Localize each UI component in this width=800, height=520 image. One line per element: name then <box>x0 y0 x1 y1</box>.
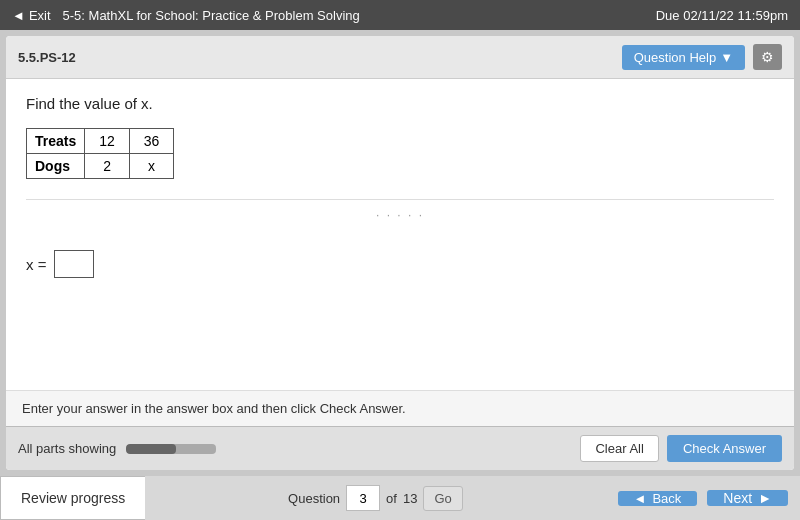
table-cell: 2 <box>85 154 130 179</box>
question-card: 5.5.PS-12 Question Help ▼ ⚙ Find the val… <box>6 36 794 470</box>
header-right: Question Help ▼ ⚙ <box>622 44 782 70</box>
progress-bar-fill <box>126 444 176 454</box>
table-row: Dogs 2 x <box>27 154 174 179</box>
of-label: of <box>386 491 397 506</box>
next-button[interactable]: Next ► <box>707 490 788 506</box>
top-bar: ◄ Exit 5-5: MathXL for School: Practice … <box>0 0 800 30</box>
exit-label: Exit <box>29 8 51 23</box>
action-bar: All parts showing Clear All Check Answer <box>6 426 794 470</box>
exit-button[interactable]: ◄ Exit <box>12 8 51 23</box>
table-cell: x <box>129 154 174 179</box>
go-button[interactable]: Go <box>423 486 462 511</box>
answer-label: x = <box>26 256 46 273</box>
nav-center: Question of 13 Go <box>145 476 605 520</box>
go-label: Go <box>434 491 451 506</box>
back-button[interactable]: ◄ Back <box>618 491 698 506</box>
action-buttons: Clear All Check Answer <box>580 435 782 462</box>
question-label: Question <box>288 491 340 506</box>
check-answer-label: Check Answer <box>683 441 766 456</box>
bottom-nav: Review progress Question of 13 Go ◄ Back… <box>0 476 800 520</box>
next-label: Next <box>723 490 752 506</box>
back-label: Back <box>652 491 681 506</box>
dots-icon: · · · · · <box>376 208 424 222</box>
due-date: Due 02/11/22 11:59pm <box>656 8 788 23</box>
all-parts-label: All parts showing <box>18 441 116 456</box>
clear-all-button[interactable]: Clear All <box>580 435 658 462</box>
progress-bar <box>126 444 216 454</box>
all-parts: All parts showing <box>18 441 216 456</box>
settings-button[interactable]: ⚙ <box>753 44 782 70</box>
next-arrow-icon: ► <box>758 490 772 506</box>
gear-icon: ⚙ <box>761 49 774 65</box>
review-progress-button[interactable]: Review progress <box>0 476 145 520</box>
answer-area: x = <box>26 242 774 286</box>
question-header: 5.5.PS-12 Question Help ▼ ⚙ <box>6 36 794 79</box>
question-id: 5.5.PS-12 <box>18 50 76 65</box>
main-wrapper: 5.5.PS-12 Question Help ▼ ⚙ Find the val… <box>0 30 800 476</box>
question-text: Find the value of x. <box>26 95 774 112</box>
divider: · · · · · <box>26 199 774 230</box>
question-number-input[interactable] <box>346 485 380 511</box>
table-cell: Treats <box>27 129 85 154</box>
data-table: Treats 12 36 Dogs 2 x <box>26 128 174 179</box>
exit-arrow-icon: ◄ <box>12 8 25 23</box>
answer-input[interactable] <box>54 250 94 278</box>
question-help-button[interactable]: Question Help ▼ <box>622 45 745 70</box>
table-row: Treats 12 36 <box>27 129 174 154</box>
review-progress-label: Review progress <box>21 490 125 506</box>
back-arrow-icon: ◄ <box>634 491 647 506</box>
table-cell: 12 <box>85 129 130 154</box>
clear-all-label: Clear All <box>595 441 643 456</box>
check-answer-button[interactable]: Check Answer <box>667 435 782 462</box>
question-help-label: Question Help <box>634 50 716 65</box>
total-questions: 13 <box>403 491 417 506</box>
hint-bar: Enter your answer in the answer box and … <box>6 390 794 426</box>
question-body: Find the value of x. Treats 12 36 Dogs 2… <box>6 79 794 390</box>
nav-buttons: ◄ Back Next ► <box>606 476 800 520</box>
hint-text: Enter your answer in the answer box and … <box>22 401 406 416</box>
help-dropdown-icon: ▼ <box>720 50 733 65</box>
table-cell: Dogs <box>27 154 85 179</box>
course-title: 5-5: MathXL for School: Practice & Probl… <box>63 8 360 23</box>
table-cell: 36 <box>129 129 174 154</box>
